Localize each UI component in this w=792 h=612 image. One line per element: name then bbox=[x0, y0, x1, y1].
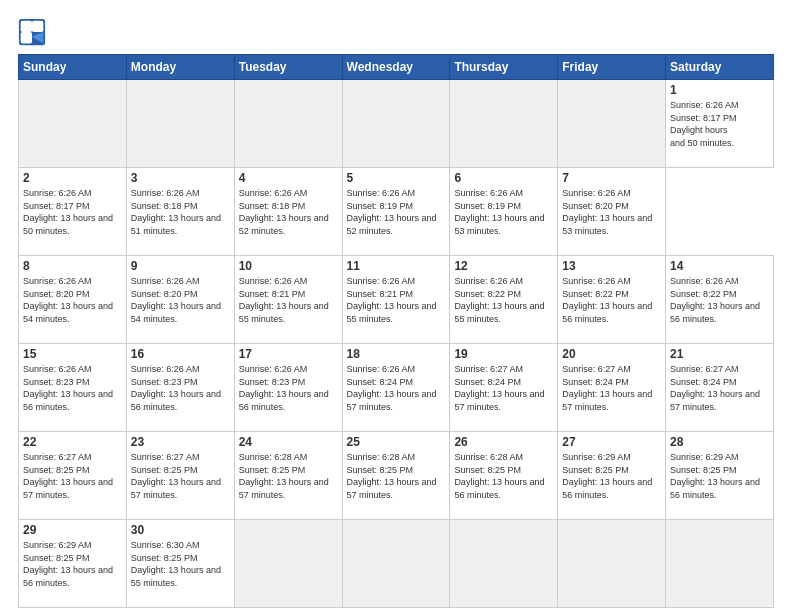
calendar-day: 28 Sunrise: 6:29 AMSunset: 8:25 PMDaylig… bbox=[666, 432, 774, 520]
day-number: 27 bbox=[562, 435, 661, 449]
day-info: Sunrise: 6:26 AMSunset: 8:20 PMDaylight:… bbox=[562, 187, 661, 237]
logo-icon bbox=[18, 18, 46, 46]
day-number: 14 bbox=[670, 259, 769, 273]
day-info: Sunrise: 6:27 AMSunset: 8:24 PMDaylight:… bbox=[562, 363, 661, 413]
calendar-header-row: Sunday Monday Tuesday Wednesday Thursday… bbox=[19, 55, 774, 80]
day-info: Sunrise: 6:26 AMSunset: 8:19 PMDaylight:… bbox=[347, 187, 446, 237]
day-number: 5 bbox=[347, 171, 446, 185]
empty-day bbox=[234, 520, 342, 608]
calendar-day: 4 Sunrise: 6:26 AMSunset: 8:18 PMDayligh… bbox=[234, 168, 342, 256]
day-info: Sunrise: 6:26 AMSunset: 8:17 PMDaylight … bbox=[670, 99, 769, 149]
day-info: Sunrise: 6:26 AMSunset: 8:18 PMDaylight:… bbox=[131, 187, 230, 237]
calendar-week-row: 22 Sunrise: 6:27 AMSunset: 8:25 PMDaylig… bbox=[19, 432, 774, 520]
day-info: Sunrise: 6:26 AMSunset: 8:23 PMDaylight:… bbox=[131, 363, 230, 413]
empty-day bbox=[666, 520, 774, 608]
day-number: 29 bbox=[23, 523, 122, 537]
calendar-week-row: 8 Sunrise: 6:26 AMSunset: 8:20 PMDayligh… bbox=[19, 256, 774, 344]
day-info: Sunrise: 6:27 AMSunset: 8:25 PMDaylight:… bbox=[23, 451, 122, 501]
day-number: 18 bbox=[347, 347, 446, 361]
day-info: Sunrise: 6:26 AMSunset: 8:22 PMDaylight:… bbox=[670, 275, 769, 325]
calendar-day: 17 Sunrise: 6:26 AMSunset: 8:23 PMDaylig… bbox=[234, 344, 342, 432]
header bbox=[18, 18, 774, 46]
calendar-day: 24 Sunrise: 6:28 AMSunset: 8:25 PMDaylig… bbox=[234, 432, 342, 520]
day-number: 7 bbox=[562, 171, 661, 185]
day-number: 16 bbox=[131, 347, 230, 361]
calendar-day: 18 Sunrise: 6:26 AMSunset: 8:24 PMDaylig… bbox=[342, 344, 450, 432]
day-number: 17 bbox=[239, 347, 338, 361]
col-monday: Monday bbox=[126, 55, 234, 80]
col-friday: Friday bbox=[558, 55, 666, 80]
svg-rect-3 bbox=[32, 21, 43, 32]
day-number: 22 bbox=[23, 435, 122, 449]
calendar-day: 25 Sunrise: 6:28 AMSunset: 8:25 PMDaylig… bbox=[342, 432, 450, 520]
calendar-day: 14 Sunrise: 6:26 AMSunset: 8:22 PMDaylig… bbox=[666, 256, 774, 344]
day-number: 4 bbox=[239, 171, 338, 185]
day-info: Sunrise: 6:28 AMSunset: 8:25 PMDaylight:… bbox=[347, 451, 446, 501]
calendar-day: 3 Sunrise: 6:26 AMSunset: 8:18 PMDayligh… bbox=[126, 168, 234, 256]
calendar-day: 6 Sunrise: 6:26 AMSunset: 8:19 PMDayligh… bbox=[450, 168, 558, 256]
logo bbox=[18, 18, 50, 46]
day-number: 19 bbox=[454, 347, 553, 361]
empty-day bbox=[558, 520, 666, 608]
calendar-day: 13 Sunrise: 6:26 AMSunset: 8:22 PMDaylig… bbox=[558, 256, 666, 344]
empty-day bbox=[342, 520, 450, 608]
day-info: Sunrise: 6:26 AMSunset: 8:22 PMDaylight:… bbox=[454, 275, 553, 325]
calendar-day: 5 Sunrise: 6:26 AMSunset: 8:19 PMDayligh… bbox=[342, 168, 450, 256]
day-info: Sunrise: 6:29 AMSunset: 8:25 PMDaylight:… bbox=[23, 539, 122, 589]
day-info: Sunrise: 6:26 AMSunset: 8:23 PMDaylight:… bbox=[23, 363, 122, 413]
day-number: 25 bbox=[347, 435, 446, 449]
day-info: Sunrise: 6:26 AMSunset: 8:20 PMDaylight:… bbox=[23, 275, 122, 325]
day-number: 30 bbox=[131, 523, 230, 537]
day-number: 26 bbox=[454, 435, 553, 449]
calendar-day: 1 Sunrise: 6:26 AMSunset: 8:17 PMDayligh… bbox=[666, 80, 774, 168]
calendar-day: 30 Sunrise: 6:30 AMSunset: 8:25 PMDaylig… bbox=[126, 520, 234, 608]
day-info: Sunrise: 6:27 AMSunset: 8:24 PMDaylight:… bbox=[454, 363, 553, 413]
day-number: 28 bbox=[670, 435, 769, 449]
day-number: 8 bbox=[23, 259, 122, 273]
calendar-day: 8 Sunrise: 6:26 AMSunset: 8:20 PMDayligh… bbox=[19, 256, 127, 344]
col-sunday: Sunday bbox=[19, 55, 127, 80]
svg-rect-1 bbox=[21, 21, 32, 32]
day-info: Sunrise: 6:28 AMSunset: 8:25 PMDaylight:… bbox=[239, 451, 338, 501]
empty-day bbox=[558, 80, 666, 168]
day-info: Sunrise: 6:26 AMSunset: 8:24 PMDaylight:… bbox=[347, 363, 446, 413]
col-thursday: Thursday bbox=[450, 55, 558, 80]
empty-day bbox=[450, 80, 558, 168]
day-number: 23 bbox=[131, 435, 230, 449]
calendar-day: 22 Sunrise: 6:27 AMSunset: 8:25 PMDaylig… bbox=[19, 432, 127, 520]
calendar-day: 20 Sunrise: 6:27 AMSunset: 8:24 PMDaylig… bbox=[558, 344, 666, 432]
calendar-day: 12 Sunrise: 6:26 AMSunset: 8:22 PMDaylig… bbox=[450, 256, 558, 344]
empty-day bbox=[450, 520, 558, 608]
day-info: Sunrise: 6:26 AMSunset: 8:21 PMDaylight:… bbox=[239, 275, 338, 325]
day-number: 21 bbox=[670, 347, 769, 361]
day-info: Sunrise: 6:29 AMSunset: 8:25 PMDaylight:… bbox=[562, 451, 661, 501]
calendar-week-row: 2 Sunrise: 6:26 AMSunset: 8:17 PMDayligh… bbox=[19, 168, 774, 256]
calendar-week-row: 1 Sunrise: 6:26 AMSunset: 8:17 PMDayligh… bbox=[19, 80, 774, 168]
calendar-day: 27 Sunrise: 6:29 AMSunset: 8:25 PMDaylig… bbox=[558, 432, 666, 520]
day-number: 6 bbox=[454, 171, 553, 185]
day-number: 11 bbox=[347, 259, 446, 273]
col-saturday: Saturday bbox=[666, 55, 774, 80]
day-info: Sunrise: 6:29 AMSunset: 8:25 PMDaylight:… bbox=[670, 451, 769, 501]
calendar-day: 2 Sunrise: 6:26 AMSunset: 8:17 PMDayligh… bbox=[19, 168, 127, 256]
calendar-day: 15 Sunrise: 6:26 AMSunset: 8:23 PMDaylig… bbox=[19, 344, 127, 432]
calendar-day: 11 Sunrise: 6:26 AMSunset: 8:21 PMDaylig… bbox=[342, 256, 450, 344]
day-info: Sunrise: 6:30 AMSunset: 8:25 PMDaylight:… bbox=[131, 539, 230, 589]
calendar-table: Sunday Monday Tuesday Wednesday Thursday… bbox=[18, 54, 774, 608]
col-wednesday: Wednesday bbox=[342, 55, 450, 80]
calendar-page: Sunday Monday Tuesday Wednesday Thursday… bbox=[0, 0, 792, 612]
day-number: 10 bbox=[239, 259, 338, 273]
day-number: 20 bbox=[562, 347, 661, 361]
calendar-week-row: 29 Sunrise: 6:29 AMSunset: 8:25 PMDaylig… bbox=[19, 520, 774, 608]
calendar-day: 26 Sunrise: 6:28 AMSunset: 8:25 PMDaylig… bbox=[450, 432, 558, 520]
day-number: 24 bbox=[239, 435, 338, 449]
calendar-day: 7 Sunrise: 6:26 AMSunset: 8:20 PMDayligh… bbox=[558, 168, 666, 256]
calendar-day: 29 Sunrise: 6:29 AMSunset: 8:25 PMDaylig… bbox=[19, 520, 127, 608]
empty-day bbox=[126, 80, 234, 168]
day-info: Sunrise: 6:28 AMSunset: 8:25 PMDaylight:… bbox=[454, 451, 553, 501]
day-info: Sunrise: 6:27 AMSunset: 8:25 PMDaylight:… bbox=[131, 451, 230, 501]
day-number: 2 bbox=[23, 171, 122, 185]
empty-day bbox=[234, 80, 342, 168]
empty-day bbox=[342, 80, 450, 168]
day-info: Sunrise: 6:26 AMSunset: 8:21 PMDaylight:… bbox=[347, 275, 446, 325]
